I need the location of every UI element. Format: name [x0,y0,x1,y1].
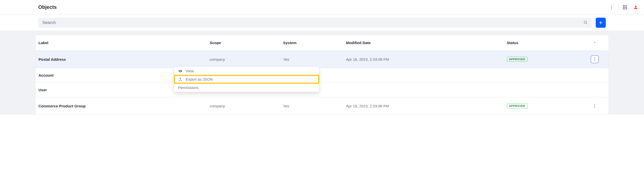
svg-line-4 [586,23,587,24]
objects-table: Label Scope System Modified Date Status … [35,35,609,115]
search-row [0,15,644,31]
search-icon[interactable] [584,20,588,25]
cell-modified [343,68,504,83]
cell-label: Postal Address [35,51,207,68]
svg-point-2 [611,8,612,9]
search-input[interactable] [42,20,584,25]
menu-item-label: View [186,69,194,73]
svg-point-10 [594,104,595,105]
cell-status: APPROVED [504,97,581,115]
svg-point-9 [594,60,595,61]
cell-system: Yes [280,97,343,115]
menu-item-label: Export as JSON [186,77,213,81]
table-wrap: Label Scope System Modified Date Status … [0,35,644,115]
avatar[interactable] [631,3,640,12]
cell-label: Commerce Product Group [35,97,207,115]
svg-point-11 [594,105,595,106]
menu-item-permissions[interactable]: Permissions [174,83,319,92]
svg-point-0 [611,5,612,6]
row-actions-menu: View Export as JSON Permissions [174,67,319,92]
svg-point-7 [594,57,595,58]
search-container [38,18,592,28]
status-badge: APPROVED [507,103,528,108]
table-row[interactable]: Commerce Product Group company Yes Apr 1… [35,97,609,115]
row-actions-icon[interactable] [591,102,598,109]
svg-point-12 [594,107,595,108]
header-label[interactable]: Label [35,35,207,51]
header-system[interactable]: System [280,35,343,51]
topbar-right [609,3,640,12]
header-actions [581,35,609,51]
cell-scope: company [207,51,280,68]
cell-status: APPROVED [504,51,581,68]
cell-system: Yes [280,51,343,68]
upload-icon [178,77,183,81]
row-actions-icon[interactable] [591,56,598,63]
global-actions-icon[interactable] [609,5,614,10]
page-title: Objects [38,4,57,10]
svg-point-8 [594,59,595,59]
cell-scope: company [207,97,280,115]
cell-modified: Apr 18, 2023, 2:33:08 PM [343,51,504,68]
menu-item-view[interactable]: View [174,67,319,75]
menu-item-label: Permissions [178,85,199,90]
eye-icon [178,69,183,73]
apps-grid-icon[interactable] [622,5,627,10]
cell-status [504,83,581,97]
header-scope[interactable]: Scope [207,35,280,51]
table-header-row: Label Scope System Modified Date Status [35,35,609,51]
table-row[interactable]: Account company Yes [35,68,609,83]
header-status[interactable]: Status [504,35,581,51]
gray-band [0,31,644,35]
header-modified[interactable]: Modified Date [343,35,504,51]
cell-status [504,68,581,83]
svg-point-3 [584,21,586,23]
menu-item-export-json[interactable]: Export as JSON [174,75,319,83]
cell-modified [343,83,504,97]
add-button[interactable] [596,18,606,28]
divider [618,4,618,10]
table-row[interactable]: Postal Address company Yes Apr 18, 2023,… [35,51,609,68]
svg-point-1 [611,7,612,8]
cell-modified: Apr 18, 2023, 2:33:08 PM [343,97,504,115]
status-badge: APPROVED [507,57,528,62]
table-row[interactable]: User company Yes [35,83,609,97]
top-bar: Objects [0,0,644,15]
caret-down-icon[interactable] [593,41,596,45]
